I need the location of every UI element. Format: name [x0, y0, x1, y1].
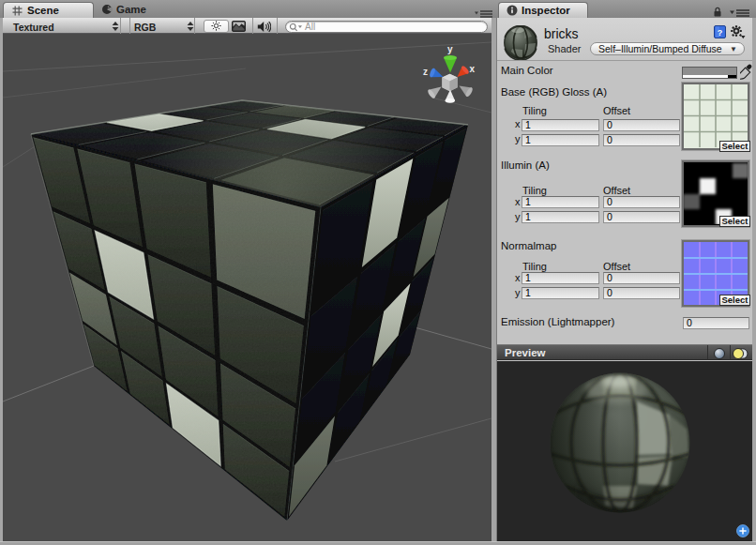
- svg-text:x: x: [470, 64, 476, 74]
- svg-text:y: y: [447, 44, 453, 54]
- svg-text:z: z: [423, 67, 428, 77]
- svg-text:?: ?: [718, 28, 723, 38]
